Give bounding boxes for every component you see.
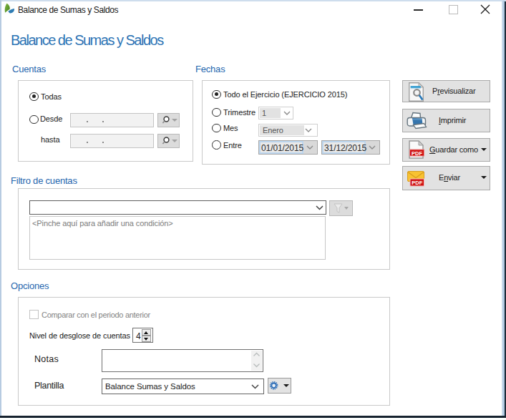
- svg-text:PDF: PDF: [412, 150, 422, 157]
- svg-text:PDF: PDF: [412, 180, 422, 186]
